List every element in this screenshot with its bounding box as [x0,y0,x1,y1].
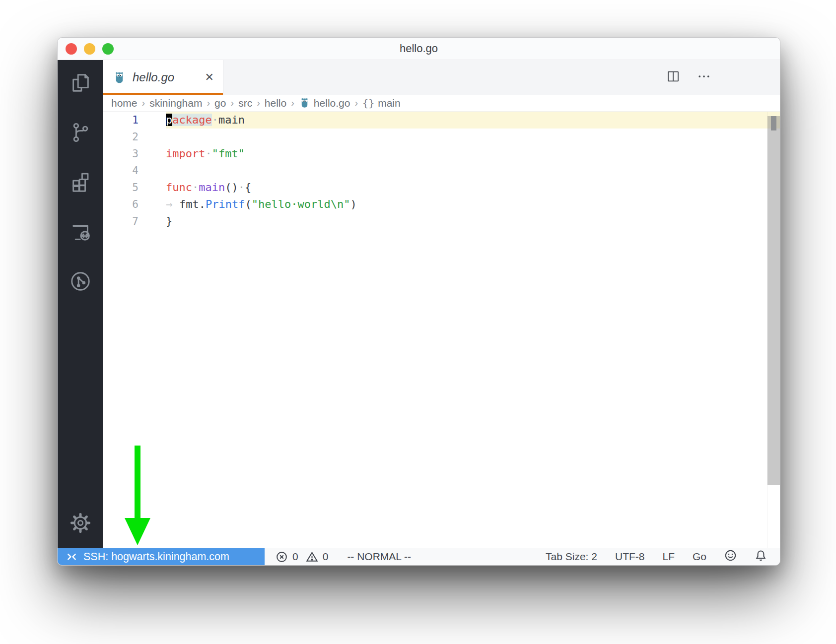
errors-count: 0 [292,551,298,563]
go-gopher-icon [299,97,310,109]
breadcrumb-separator-icon: › [286,97,299,109]
code-token: → [166,196,179,213]
tab-label: hello.go [133,70,174,84]
status-bar-right: Tab Size: 2 UTF-8 LF Go [546,549,780,564]
extensions-icon[interactable] [69,170,92,194]
code-token: { [245,181,251,193]
line-number[interactable]: 1 [103,112,139,129]
more-actions-icon[interactable] [697,69,711,86]
tab-close-icon[interactable]: ✕ [205,72,214,83]
code-line-4[interactable]: 4 [103,162,780,179]
zoom-window-button[interactable] [102,43,114,55]
scrollbar-thumb[interactable] [767,116,780,485]
activity-bar [58,60,103,548]
minimize-window-button[interactable] [84,43,95,55]
code-line-content: func·main()·{ [166,179,780,196]
editor-group: hello.go ✕ home›skiningham›go›src›hello›… [103,60,780,548]
symbol-brackets-icon: {} [362,97,374,109]
code-line-content: package·main [166,112,780,129]
remote-explorer-icon[interactable] [69,220,92,244]
problems-indicator[interactable]: 0 0 [276,551,328,563]
breadcrumb-separator-icon: › [226,97,238,109]
line-number[interactable]: 4 [103,162,139,179]
code-token: ackage [172,114,211,126]
notifications-bell-icon[interactable] [755,549,767,564]
code-line-content: import·"fmt" [166,145,780,162]
code-line-3[interactable]: 3import·"fmt" [103,145,780,162]
code-token: · [192,181,199,193]
breadcrumb-separator-icon: › [350,97,362,109]
annotation-arrow-down [124,446,151,548]
breadcrumb-item-home[interactable]: home [111,97,138,109]
code-token: import [166,147,205,160]
source-control-graph-icon[interactable] [69,269,92,293]
tab-bar: hello.go ✕ [103,60,780,95]
breadcrumb-label: home [111,97,138,109]
eol-indicator[interactable]: LF [662,551,675,563]
code-editor[interactable]: 1package·main23import·"fmt"45func·main()… [103,112,780,548]
code-token: · [205,147,211,160]
code-line-5[interactable]: 5func·main()·{ [103,179,780,196]
code-token: fmt. [179,198,206,210]
code-token: func [166,181,192,193]
vscode-window: hello.go [57,37,780,566]
line-number[interactable]: 7 [103,213,139,230]
feedback-smiley-icon[interactable] [724,549,737,564]
code-token: main [218,114,245,126]
code-token: · [212,114,218,126]
breadcrumb-label: hello.go [314,97,350,109]
remote-icon [66,551,78,563]
editor-actions [666,60,711,95]
tab-hello-go[interactable]: hello.go ✕ [103,60,223,95]
breadcrumb-label: hello [265,97,286,109]
code-line-7[interactable]: 7} [103,213,780,230]
code-token: Printf [206,198,245,210]
go-gopher-icon [113,71,126,84]
code-token: () [225,181,238,193]
remote-indicator[interactable]: SSH: hogwarts.kiningham.com [58,548,265,565]
window-title: hello.go [400,42,438,55]
code-line-6[interactable]: 6→fmt.Printf("hello·world\n") [103,196,780,213]
code-line-content: } [166,213,780,230]
language-indicator[interactable]: Go [693,551,706,563]
line-number[interactable]: 3 [103,145,139,162]
title-bar: hello.go [58,38,780,60]
tab-size-indicator[interactable]: Tab Size: 2 [546,551,597,563]
warnings-count: 0 [323,551,329,563]
line-number[interactable]: 2 [103,129,139,145]
close-window-button[interactable] [66,43,77,55]
breadcrumb-item-main[interactable]: {}main [362,97,401,109]
breadcrumb-item-skiningham[interactable]: skiningham [149,97,202,109]
breadcrumb-item-hello[interactable]: hello [265,97,286,109]
breadcrumb: home›skiningham›go›src›hello›hello.go›{}… [103,95,780,112]
explorer-icon[interactable] [69,71,92,95]
warnings-icon [306,551,318,563]
code-token: ( [245,198,251,210]
code-token: p [166,114,172,126]
breadcrumb-item-go[interactable]: go [214,97,226,109]
source-control-icon[interactable] [69,121,92,144]
code-token: } [166,215,172,227]
overview-ruler-cursor-marker [771,116,776,130]
code-line-2[interactable]: 2 [103,129,780,145]
breadcrumb-item-hello-go[interactable]: hello.go [299,97,350,109]
line-number[interactable]: 6 [103,196,139,213]
breadcrumb-separator-icon: › [138,97,150,109]
remote-label: SSH: hogwarts.kiningham.com [83,551,229,563]
vim-mode-indicator: -- NORMAL -- [347,551,411,563]
settings-gear-icon[interactable] [69,511,92,535]
code-token: · [238,181,245,193]
code-line-content [166,162,780,179]
editor-scrollbar [767,112,780,548]
split-editor-icon[interactable] [666,69,681,86]
breadcrumb-label: src [238,97,252,109]
errors-icon [276,551,288,563]
code-token: main [199,181,225,193]
code-line-content: →fmt.Printf("hello·world\n") [166,196,780,213]
breadcrumb-item-src[interactable]: src [238,97,252,109]
line-number[interactable]: 5 [103,179,139,196]
status-bar: SSH: hogwarts.kiningham.com 0 0 -- NORMA… [58,548,780,565]
breadcrumb-label: go [214,97,226,109]
code-line-1[interactable]: 1package·main [103,112,780,129]
encoding-indicator[interactable]: UTF-8 [615,551,645,563]
